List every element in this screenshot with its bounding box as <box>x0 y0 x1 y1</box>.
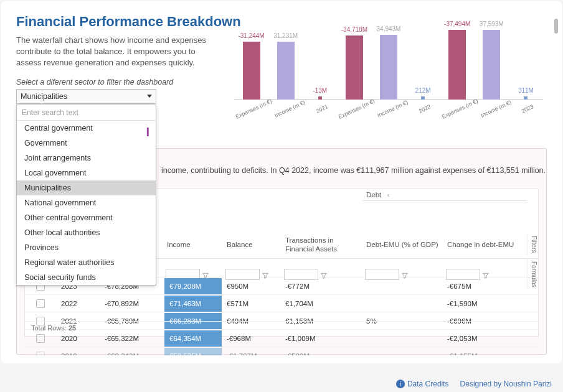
table-cell: €79,208M <box>164 278 222 294</box>
page-description: The waterfall chart shows how income and… <box>16 35 215 69</box>
table-footer: Total Rows: 25 <box>25 321 538 336</box>
table-cell <box>25 352 57 356</box>
chevron-left-icon: ‹ <box>387 191 390 198</box>
dropdown-option[interactable]: Social security funds <box>17 270 156 285</box>
scrollbar[interactable] <box>554 19 558 34</box>
row-checkbox[interactable] <box>36 299 45 308</box>
column-filter-input[interactable] <box>365 269 399 280</box>
chart-net-bar[interactable]: -13M <box>318 96 322 100</box>
table-row[interactable]: 2022-€70,892M€71,463M€571M€1,704M-€1,590… <box>25 295 538 312</box>
axis-label: 2022 <box>418 103 432 114</box>
axis-label: Income (m €) <box>480 99 512 118</box>
dropdown-search-input[interactable] <box>17 105 156 121</box>
dropdown-option[interactable]: Central government <box>17 121 156 136</box>
column-filter-input[interactable] <box>284 269 318 280</box>
column-filter-input[interactable] <box>225 269 260 280</box>
axis-label: Expenses (m €) <box>440 98 478 120</box>
dropdown-panel: I Central governmentGovernmentJoint arra… <box>16 105 156 286</box>
table-row[interactable]: 2019-€60,242M€58,525M-€1,707M-€580M-€1,1… <box>25 347 538 356</box>
column-header[interactable]: Transactions in Financial Assets <box>282 236 362 254</box>
chart-bar[interactable]: -31,244M <box>243 42 260 100</box>
side-tab-formulas[interactable]: Formulas <box>527 259 541 290</box>
column-header[interactable]: Balance <box>223 240 282 249</box>
dropdown-option[interactable]: National government <box>17 195 156 210</box>
table-cell: -€1,707M <box>223 352 282 356</box>
chart-bar[interactable]: 31,231M <box>277 42 295 100</box>
column-filter-input[interactable] <box>446 269 480 280</box>
axis-label: Expenses (m €) <box>235 98 273 120</box>
table-cell: -€772M <box>282 282 362 290</box>
funnel-icon[interactable] <box>483 271 489 278</box>
table-cell: -€968M <box>223 335 282 342</box>
table-cell: -€2,053M <box>443 335 527 342</box>
column-header[interactable]: Debt-EMU (% of GDP) <box>362 240 443 249</box>
table-cell <box>25 299 57 308</box>
axis-label: Income (m €) <box>377 99 409 118</box>
table-cell: €1,704M <box>282 300 362 307</box>
dropdown-option[interactable]: Municipalities <box>17 180 156 195</box>
table-cell: €571M <box>223 300 282 307</box>
chart-bar[interactable]: -37,494M <box>448 30 466 100</box>
table-cell: €71,463M <box>164 296 222 312</box>
table-cell: -€65,322M <box>101 335 163 342</box>
context-text: income, contributing to deficits. In Q4 … <box>161 166 546 175</box>
info-icon: i <box>396 380 405 388</box>
chart-net-bar[interactable]: 212M <box>421 96 425 100</box>
chart-net-bar[interactable]: 311M <box>524 96 528 100</box>
table-cell: -€1,590M <box>443 300 527 307</box>
chart-bar[interactable]: 34,943M <box>380 35 397 100</box>
table-cell: €58,525M <box>164 348 222 356</box>
row-checkbox[interactable] <box>36 352 45 356</box>
dropdown-option[interactable]: Other local authorities <box>17 225 156 240</box>
funnel-icon[interactable] <box>321 271 327 278</box>
chart-bar[interactable]: 37,593M <box>483 30 500 100</box>
column-group-debt[interactable]: Debt ‹ <box>362 189 527 201</box>
table-cell: €950M <box>223 282 282 290</box>
axis-label: 2023 <box>521 103 534 114</box>
column-header[interactable]: Income <box>163 240 223 249</box>
designer-credit: Designed by Noushin Parizi <box>460 380 552 388</box>
waterfall-chart: -31,244M31,231M-13M-34,718M34,943M212M-3… <box>234 19 543 119</box>
axis-label: 2021 <box>315 103 328 114</box>
column-header[interactable]: Change in debt-EMU <box>443 240 527 249</box>
table-cell: -€70,892M <box>101 300 163 307</box>
axis-label: Expenses (m €) <box>338 98 376 120</box>
dropdown-option[interactable]: Other central government <box>17 210 156 225</box>
funnel-icon[interactable] <box>402 271 408 278</box>
chevron-down-icon <box>147 95 152 98</box>
dropdown-option[interactable]: Local government <box>17 166 156 180</box>
funnel-icon[interactable] <box>202 271 209 278</box>
funnel-icon[interactable] <box>262 271 268 278</box>
axis-label: Income (m €) <box>273 99 306 118</box>
side-tab-filters[interactable]: Filters <box>527 233 541 255</box>
table-cell: 2020 <box>57 335 101 342</box>
data-credits-link[interactable]: iData Credits <box>396 380 449 389</box>
table-cell: -€580M <box>282 352 362 356</box>
text-cursor-icon: I <box>146 125 149 139</box>
table-cell: -€60,242M <box>101 352 163 356</box>
dropdown-option[interactable]: Government <box>17 136 156 151</box>
table-cell: 2022 <box>57 300 101 307</box>
table-cell: -€1,009M <box>282 335 362 342</box>
table-cell: 2019 <box>57 352 101 356</box>
table-cell: -€1,155M <box>443 352 527 356</box>
dropdown-option[interactable]: Regional water authorities <box>17 255 156 270</box>
table-cell: -€675M <box>443 282 527 290</box>
chart-bar[interactable]: -34,718M <box>346 35 363 100</box>
sector-dropdown[interactable]: Municipalities <box>16 89 156 104</box>
dropdown-option[interactable]: Joint arrangements <box>17 151 156 166</box>
dropdown-selected-label: Municipalities <box>21 92 67 101</box>
dropdown-option[interactable]: Provinces <box>17 240 156 255</box>
page-footer: iData Credits Designed by Noushin Parizi <box>396 380 552 389</box>
